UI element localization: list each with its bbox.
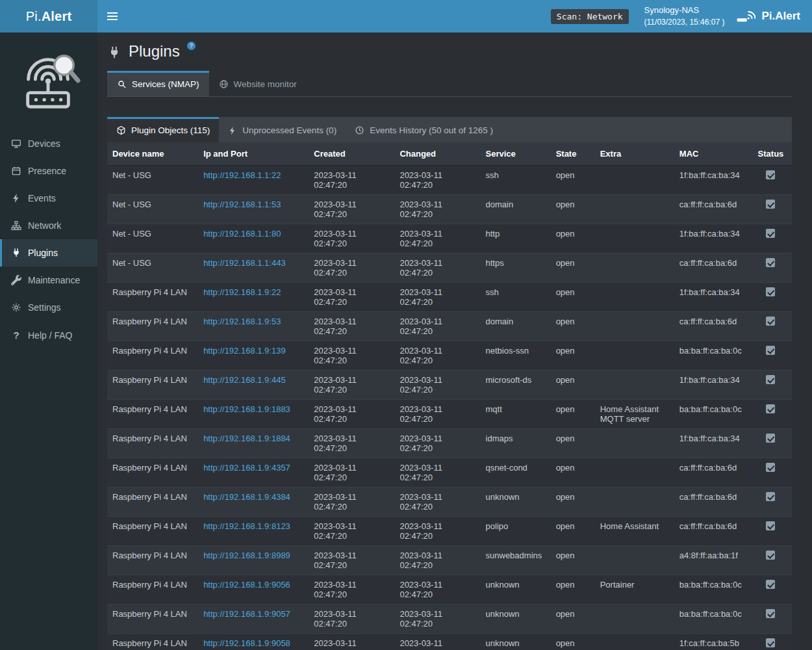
column-header[interactable]: Status [750,142,792,166]
status-checkbox[interactable] [766,258,775,267]
status-checkbox[interactable] [766,200,775,209]
ip-port-link[interactable]: http://192.168.1.9:9057 [203,609,290,619]
status-checkbox[interactable] [766,170,775,179]
status-checkbox[interactable] [766,434,775,443]
ip-port-link[interactable]: http://192.168.1.9:8989 [203,551,290,560]
tab-unprocessed-events[interactable]: Unprocessed Events (0) [219,117,346,142]
tab-services-nmap[interactable]: Services (NMAP) [107,71,209,96]
changed-cell: 2023-03-11 02:47:20 [394,400,480,429]
status-checkbox[interactable] [766,404,775,413]
ip-port-link[interactable]: http://192.168.1.9:9056 [203,580,290,590]
status-checkbox[interactable] [766,580,775,589]
status-checkbox[interactable] [766,492,775,501]
plugin-section-tabs: Services (NMAP) Website monitor [107,71,792,97]
sidebar-item-help[interactable]: ? Help / FAQ [0,321,97,349]
status-checkbox[interactable] [766,346,775,355]
sidebar-item-events[interactable]: Events [0,185,97,212]
extra-cell: Portainer [595,575,674,604]
table-row[interactable]: Raspberry Pi 4 LAN http://192.168.1.9:22… [107,283,792,312]
column-header[interactable]: State [551,142,595,166]
ip-port-link[interactable]: http://192.168.1.9:8123 [203,521,290,531]
ip-port-link[interactable]: http://192.168.1.9:22 [203,287,281,297]
table-row[interactable]: Net - USG http://192.168.1.1:80 2023-03-… [107,224,792,254]
table-row[interactable]: Raspberry Pi 4 LAN http://192.168.1.9:43… [107,488,792,517]
sidebar-item-maintenance[interactable]: Maintenance [0,266,97,294]
ip-port-link[interactable]: http://192.168.1.1:443 [203,258,286,268]
cube-icon [116,125,126,135]
tab-plugin-objects[interactable]: Plugin Objects (115) [107,117,219,142]
mac-cell: ca:ff:ff:ca:ba:6d [674,488,750,517]
hamburger-menu-icon[interactable] [97,0,127,32]
status-checkbox[interactable] [766,317,775,326]
mac-cell: 1f:ba:ff:ca:ba:34 [674,166,750,195]
device-name-cell: Raspberry Pi 4 LAN [107,341,198,370]
app-brand[interactable]: Pi.Alert [736,9,812,23]
tab-events-history[interactable]: Events History (50 out of 1265 ) [346,117,502,142]
sidebar-item-settings[interactable]: Settings [0,294,97,321]
sidebar-item-network[interactable]: Network [0,212,97,239]
sidebar-item-devices[interactable]: Devices [0,130,97,157]
status-checkbox[interactable] [766,375,775,384]
ip-port-link[interactable]: http://192.168.1.9:139 [203,346,286,356]
ip-port-link[interactable]: http://192.168.1.9:9058 [203,638,290,648]
changed-cell: 2023-03-11 02:47:20 [394,517,480,546]
column-header[interactable]: Ip and Port [198,142,309,166]
table-row[interactable]: Net - USG http://192.168.1.1:22 2023-03-… [107,166,792,195]
ip-port-link[interactable]: http://192.168.1.1:53 [203,200,281,209]
sidebar-item-presence[interactable]: Presence [0,157,97,185]
column-header[interactable]: Extra [595,142,674,166]
state-cell: open [551,634,595,650]
tab-website-monitor[interactable]: Website monitor [209,71,307,96]
table-row[interactable]: Raspberry Pi 4 LAN http://192.168.1.9:43… [107,458,792,488]
table-row[interactable]: Net - USG http://192.168.1.1:53 2023-03-… [107,195,792,224]
table-row[interactable]: Raspberry Pi 4 LAN http://192.168.1.9:89… [107,546,792,575]
status-checkbox[interactable] [766,609,775,618]
table-row[interactable]: Net - USG http://192.168.1.1:443 2023-03… [107,254,792,283]
state-cell: open [551,283,595,312]
ip-port-link[interactable]: http://192.168.1.1:22 [203,170,281,180]
status-checkbox[interactable] [766,463,775,472]
service-cell: polipo [481,517,551,546]
help-badge[interactable]: ? [187,42,196,50]
status-checkbox[interactable] [766,521,775,530]
created-cell: 2023-03-11 02:47:20 [309,575,394,604]
table-row[interactable]: Raspberry Pi 4 LAN http://192.168.1.9:18… [107,400,792,429]
status-checkbox[interactable] [766,229,775,238]
column-header[interactable]: Created [309,142,394,166]
device-name-cell: Raspberry Pi 4 LAN [107,283,198,312]
table-row[interactable]: Raspberry Pi 4 LAN http://192.168.1.9:90… [107,634,792,650]
ip-port-link[interactable]: http://192.168.1.9:1883 [203,404,290,414]
plug-icon [11,248,21,258]
ip-port-link[interactable]: http://192.168.1.9:4357 [203,463,290,473]
mac-cell: a4:8f:ff:aa:ba:1f [674,546,750,575]
brand-logo[interactable]: Pi.Alert [0,0,97,32]
table-row[interactable]: Raspberry Pi 4 LAN http://192.168.1.9:90… [107,575,792,604]
service-cell: mqtt [481,400,551,429]
ip-port-link[interactable]: http://192.168.1.9:1884 [203,434,290,443]
status-checkbox[interactable] [766,551,775,560]
sidebar-item-plugins[interactable]: Plugins [0,239,97,266]
status-checkbox[interactable] [766,638,775,647]
table-row[interactable]: Raspberry Pi 4 LAN http://192.168.1.9:13… [107,341,792,370]
column-header[interactable]: MAC [674,142,750,166]
ip-port-link[interactable]: http://192.168.1.9:4384 [203,492,290,502]
table-row[interactable]: Raspberry Pi 4 LAN http://192.168.1.9:90… [107,604,792,634]
service-cell: unknown [481,575,551,604]
column-header[interactable]: Device name [107,142,198,166]
status-checkbox[interactable] [766,287,775,296]
table-row[interactable]: Raspberry Pi 4 LAN http://192.168.1.9:44… [107,370,792,400]
column-header[interactable]: Changed [394,142,480,166]
ip-port-link[interactable]: http://192.168.1.9:53 [203,317,281,326]
table-row[interactable]: Raspberry Pi 4 LAN http://192.168.1.9:53… [107,312,792,341]
device-name-cell: Raspberry Pi 4 LAN [107,400,198,429]
plugin-panel: Plugin Objects (115) Unprocessed Events … [107,117,792,650]
table-row[interactable]: Raspberry Pi 4 LAN http://192.168.1.9:81… [107,517,792,546]
magnifier-icon [117,79,127,89]
device-name-cell: Raspberry Pi 4 LAN [107,634,198,650]
table-header: Device nameIp and PortCreatedChangedServ… [107,142,792,166]
column-header[interactable]: Service [481,142,551,166]
ip-port-link[interactable]: http://192.168.1.1:80 [203,229,281,239]
ip-port-link[interactable]: http://192.168.1.9:445 [203,375,286,385]
table-row[interactable]: Raspberry Pi 4 LAN http://192.168.1.9:18… [107,429,792,458]
changed-cell: 2023-03-11 02:47:20 [394,634,480,650]
